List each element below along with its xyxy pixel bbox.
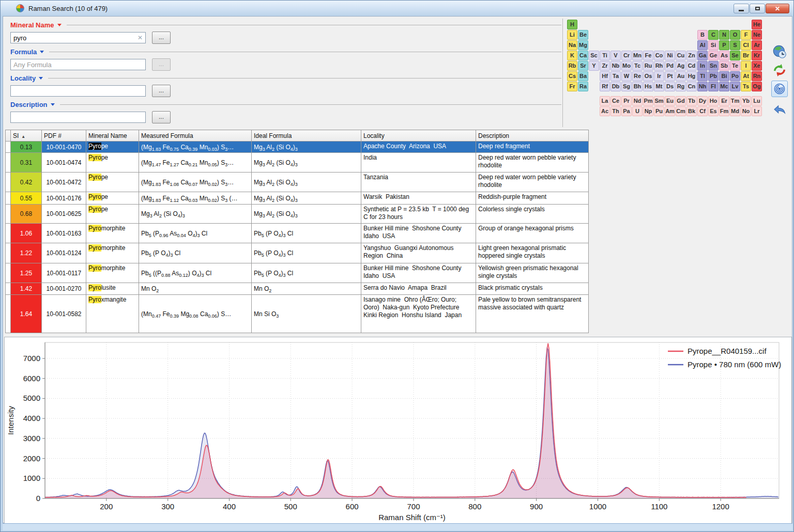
- header-measured-formula[interactable]: Measured Formula: [139, 130, 252, 142]
- element-Te[interactable]: Te: [730, 61, 740, 71]
- element-Br[interactable]: Br: [741, 51, 751, 60]
- element-K[interactable]: K: [567, 51, 577, 60]
- element-No[interactable]: No: [741, 106, 751, 116]
- element-Lr[interactable]: Lr: [752, 106, 762, 116]
- element-Dy[interactable]: Dy: [697, 96, 708, 106]
- element-Co[interactable]: Co: [654, 51, 664, 60]
- element-Pa[interactable]: Pa: [621, 106, 632, 116]
- element-O[interactable]: O: [730, 30, 740, 40]
- element-Ir[interactable]: Ir: [654, 71, 664, 81]
- globe-history-button[interactable]: [771, 43, 788, 60]
- element-Mg[interactable]: Mg: [578, 40, 588, 50]
- chevron-down-icon[interactable]: [40, 51, 44, 53]
- undo-button[interactable]: [771, 100, 788, 117]
- element-Au[interactable]: Au: [676, 71, 686, 81]
- element-C[interactable]: C: [708, 30, 719, 40]
- element-Rg[interactable]: Rg: [676, 82, 686, 91]
- header-si[interactable]: SI▲: [11, 130, 42, 142]
- minimize-button[interactable]: [734, 4, 749, 13]
- element-Ts[interactable]: Ts: [741, 82, 751, 91]
- result-row[interactable]: 1.6410-001-0582Pyroxmangite(Mn0.47 Fe0.3…: [6, 295, 589, 333]
- result-row[interactable]: 1.2510-001-0117PyromorphitePb5 ((P0.88 A…: [6, 263, 589, 283]
- description-input[interactable]: [10, 112, 146, 123]
- result-row[interactable]: 0.1310-001-0470Pyrope(Mg1.83 Fe0.75 Ca0.…: [6, 142, 589, 153]
- element-Cs[interactable]: Cs: [567, 71, 577, 81]
- element-Pd[interactable]: Pd: [665, 61, 675, 71]
- element-H[interactable]: H: [567, 20, 577, 29]
- element-Th[interactable]: Th: [610, 106, 621, 116]
- element-Sm[interactable]: Sm: [654, 96, 664, 106]
- element-La[interactable]: La: [600, 96, 610, 106]
- mineral-name-browse-button[interactable]: ...: [152, 32, 171, 44]
- clear-input-icon[interactable]: ✕: [138, 34, 143, 41]
- element-Sc[interactable]: Sc: [589, 51, 599, 60]
- element-Xe[interactable]: Xe: [752, 61, 762, 71]
- element-Re[interactable]: Re: [632, 71, 643, 81]
- header-pdf[interactable]: PDF #: [42, 130, 86, 142]
- element-At[interactable]: At: [741, 71, 751, 81]
- header-description[interactable]: Description: [476, 130, 589, 142]
- result-row[interactable]: 0.3110-001-0474Pyrope(Mg1.47 Fe1.27 Ca0.…: [6, 153, 589, 173]
- element-Al[interactable]: Al: [697, 40, 708, 50]
- refresh-button[interactable]: [771, 62, 788, 79]
- element-U[interactable]: U: [632, 106, 643, 116]
- result-row[interactable]: 0.4210-001-0472Pyrope(Mg1.83 Fe1.08 Ca0.…: [6, 173, 589, 192]
- element-Tl[interactable]: Tl: [697, 71, 708, 81]
- element-Sb[interactable]: Sb: [719, 61, 729, 71]
- element-Si[interactable]: Si: [708, 40, 719, 50]
- element-Mt[interactable]: Mt: [654, 82, 664, 91]
- element-Es[interactable]: Es: [708, 106, 719, 116]
- element-Sg[interactable]: Sg: [621, 82, 632, 91]
- element-Lv[interactable]: Lv: [730, 82, 740, 91]
- element-Pr[interactable]: Pr: [621, 96, 632, 106]
- element-Db[interactable]: Db: [610, 82, 621, 91]
- element-Mo[interactable]: Mo: [621, 61, 632, 71]
- chevron-down-icon[interactable]: [39, 77, 43, 80]
- element-Ga[interactable]: Ga: [697, 51, 708, 60]
- element-Kr[interactable]: Kr: [752, 51, 762, 60]
- element-Ds[interactable]: Ds: [665, 82, 675, 91]
- element-In[interactable]: In: [697, 61, 708, 71]
- element-Cl[interactable]: Cl: [741, 40, 751, 50]
- element-Ac[interactable]: Ac: [600, 106, 610, 116]
- element-Be[interactable]: Be: [578, 30, 588, 40]
- element-Hg[interactable]: Hg: [686, 71, 697, 81]
- header-ideal-formula[interactable]: Ideal Formula: [252, 130, 361, 142]
- fingerprint-search-button[interactable]: [771, 81, 788, 97]
- element-Nb[interactable]: Nb: [610, 61, 621, 71]
- chevron-down-icon[interactable]: [51, 103, 55, 106]
- element-Sn[interactable]: Sn: [708, 61, 719, 71]
- locality-browse-button[interactable]: ...: [152, 85, 171, 97]
- result-row[interactable]: 1.2210-001-0124PyromorphitePb5 (P O4)3 C…: [6, 243, 589, 263]
- element-Na[interactable]: Na: [567, 40, 577, 50]
- element-Fm[interactable]: Fm: [719, 106, 729, 116]
- element-Ar[interactable]: Ar: [752, 40, 762, 50]
- close-button[interactable]: ✕: [766, 4, 789, 13]
- element-Cr[interactable]: Cr: [621, 51, 632, 60]
- result-row[interactable]: 1.0610-001-0163PyromorphitePb5 (P0.96 As…: [6, 224, 589, 243]
- element-Tc[interactable]: Tc: [632, 61, 643, 71]
- element-Yb[interactable]: Yb: [741, 96, 751, 106]
- element-Ho[interactable]: Ho: [708, 96, 719, 106]
- element-Ba[interactable]: Ba: [578, 71, 588, 81]
- result-row[interactable]: 1.4210-001-0270PyrolusiteMn O2Mn O2Serra…: [6, 283, 589, 295]
- element-Tm[interactable]: Tm: [730, 96, 740, 106]
- mineral-name-input[interactable]: [10, 32, 146, 43]
- element-Ni[interactable]: Ni: [665, 51, 675, 60]
- element-Nh[interactable]: Nh: [697, 82, 708, 91]
- element-Eu[interactable]: Eu: [665, 96, 675, 106]
- element-Po[interactable]: Po: [730, 71, 740, 81]
- element-Os[interactable]: Os: [643, 71, 653, 81]
- element-Pm[interactable]: Pm: [643, 96, 653, 106]
- element-Cm[interactable]: Cm: [676, 106, 686, 116]
- element-Pt[interactable]: Pt: [665, 71, 675, 81]
- formula-browse-button[interactable]: ...: [152, 58, 171, 71]
- element-Y[interactable]: Y: [589, 61, 599, 71]
- element-Ru[interactable]: Ru: [643, 61, 653, 71]
- element-Hs[interactable]: Hs: [643, 82, 653, 91]
- element-V[interactable]: V: [610, 51, 621, 60]
- element-Fe[interactable]: Fe: [643, 51, 653, 60]
- element-Ge[interactable]: Ge: [708, 51, 719, 60]
- element-Mc[interactable]: Mc: [719, 82, 729, 91]
- element-Ca[interactable]: Ca: [578, 51, 588, 60]
